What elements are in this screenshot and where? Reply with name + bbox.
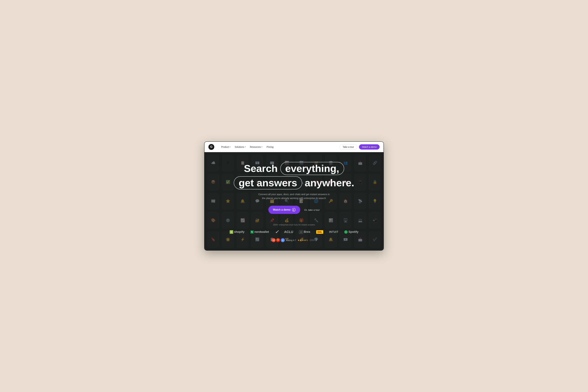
- logo-aclu: ACLU: [284, 230, 293, 234]
- logo-intuit: INTUIT: [329, 230, 339, 234]
- logo-dhl: DHL: [316, 230, 323, 234]
- chevron-down-icon: ▾: [230, 146, 230, 148]
- nav-item-product[interactable]: Product ▾: [220, 145, 232, 149]
- spotify-icon: 🎵: [344, 230, 348, 234]
- rating-row: G2 TR ➤ Rating 4.7 ★★★★½ (2000+): [208, 238, 380, 242]
- icon-cell: 🏠: [339, 193, 351, 210]
- navbar: G Product ▾ Solutions ▾ Resources ▾ Pric…: [205, 142, 383, 152]
- nav-actions: Take a tour Watch a demo: [340, 144, 380, 150]
- icon-cell: 💡: [369, 193, 381, 210]
- brex-icon: ⬡: [299, 230, 303, 234]
- everything-pill: everything,: [280, 162, 344, 175]
- rating-label: Rating 4.7: [286, 239, 296, 242]
- icon-cell: 📱: [354, 174, 366, 190]
- trust-section: 2500+ enterprises trust Guru for instant…: [208, 224, 380, 242]
- logo-brex: ⬡ Brex: [299, 230, 310, 234]
- rating-badges: G2 TR ➤: [272, 238, 285, 242]
- cta-row: Watch a demo ▶ Or, take a tour: [268, 206, 320, 214]
- rating-stars: ★★★★½: [298, 239, 308, 242]
- logo-nerdwallet: N nerdwallet: [250, 230, 269, 234]
- hero-subtext: Connect all your apps, docs, and chats a…: [258, 192, 330, 200]
- browser-window: G Product ▾ Solutions ▾ Resources ▾ Pric…: [204, 142, 384, 250]
- icon-cell: 🔒: [369, 174, 381, 190]
- play-icon: ▶: [292, 208, 296, 212]
- anywhere-text: anywhere.: [305, 177, 354, 188]
- shopify-icon: S: [230, 230, 233, 234]
- take-tour-button[interactable]: Take a tour: [340, 144, 357, 150]
- icon-cell: 🔗: [369, 155, 381, 171]
- headline-line1: Search everything,: [234, 162, 354, 175]
- dhl-icon: DHL: [316, 230, 323, 234]
- icon-cell: ✅: [222, 174, 234, 190]
- capterra-badge: ➤: [281, 238, 285, 242]
- trust-text: 2500+ enterprises trust Guru for instant…: [208, 224, 380, 226]
- nav-item-resources[interactable]: Resources ▾: [248, 145, 264, 149]
- hero-section: ☁️#📋📧✉️📊🔄📁🗒️👥📩🔗📦✅🛒⚡📎📤🔧💼🎯🏷️📱🔒📰⭐🔔💬🗂️🔍📝🌐🔑🏠📡…: [205, 152, 383, 250]
- chevron-down-icon: ▾: [245, 146, 246, 148]
- trustradius-badge: TR: [276, 238, 280, 242]
- icon-cell: 📡: [354, 193, 366, 210]
- nav-item-solutions[interactable]: Solutions ▾: [233, 145, 247, 149]
- logos-row: S shopify N nerdwallet ✓ ACLU ⬡: [208, 229, 380, 234]
- watch-demo-button[interactable]: Watch a demo ▶: [268, 206, 300, 214]
- logo-nike: ✓: [275, 229, 278, 234]
- nav-items: Product ▾ Solutions ▾ Resources ▾ Pricin…: [220, 145, 334, 149]
- g2-badge: G2: [272, 238, 276, 242]
- headline: Search everything, get answers anywhere.: [234, 162, 354, 190]
- nav-item-pricing[interactable]: Pricing: [265, 145, 275, 149]
- icon-cell: 📦: [207, 174, 219, 190]
- logo-shopify: S shopify: [230, 230, 245, 234]
- headline-line2: get answers anywhere.: [234, 176, 354, 190]
- watch-demo-nav-button[interactable]: Watch a demo: [359, 144, 380, 150]
- icon-cell: ⭐: [222, 193, 234, 210]
- chevron-down-icon: ▾: [262, 146, 262, 148]
- icon-cell: 📩: [354, 155, 366, 171]
- icon-cell: #: [222, 155, 234, 171]
- icon-cell: 🔔: [237, 193, 249, 210]
- take-tour-text-link[interactable]: Or, take a tour: [304, 208, 320, 211]
- logo-spotify: 🎵 Spotify: [344, 230, 358, 234]
- search-text: Search: [244, 163, 278, 174]
- icon-cell: ☁️: [207, 155, 219, 171]
- get-answers-pill: get answers: [234, 176, 302, 190]
- logo[interactable]: G: [208, 144, 214, 150]
- nerdwallet-icon: N: [250, 230, 254, 234]
- rating-count: (2000+): [310, 239, 317, 241]
- icon-cell: 📰: [207, 193, 219, 210]
